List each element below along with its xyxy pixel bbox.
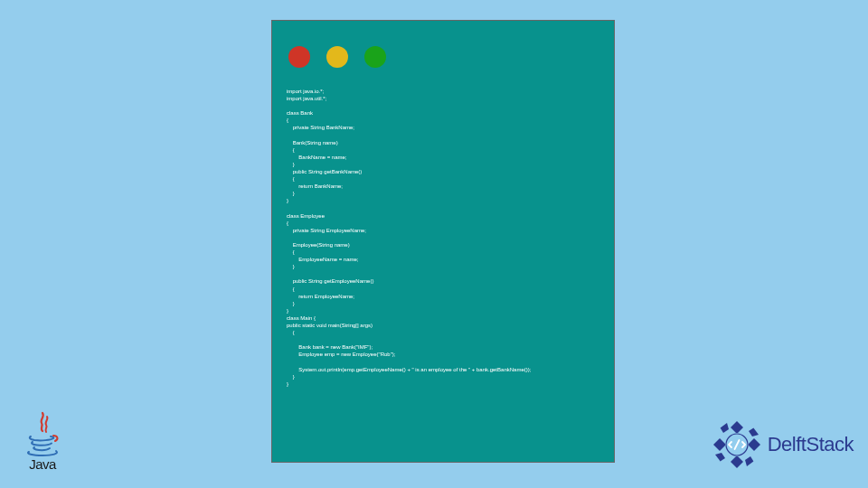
code-window: import java.io.*; import java.util.*; cl… (271, 20, 615, 463)
window-controls (272, 21, 614, 68)
close-dot-icon (288, 46, 310, 68)
delftstack-badge-icon (712, 419, 762, 470)
maximize-dot-icon (364, 46, 386, 68)
java-logo-label: Java (29, 456, 56, 472)
delftstack-logo: DelftStack (712, 419, 854, 470)
svg-marker-2 (748, 438, 760, 451)
java-cup-icon (24, 411, 61, 458)
svg-marker-4 (731, 455, 743, 468)
svg-marker-3 (745, 456, 753, 466)
java-logo: Java (18, 407, 67, 472)
delftstack-logo-label: DelftStack (768, 433, 854, 456)
svg-marker-7 (720, 423, 728, 433)
svg-marker-6 (713, 438, 726, 451)
minimize-dot-icon (326, 46, 348, 68)
svg-marker-1 (749, 428, 759, 436)
svg-marker-0 (731, 421, 743, 434)
svg-marker-5 (715, 453, 725, 461)
code-content: import java.io.*; import java.util.*; cl… (272, 68, 614, 388)
